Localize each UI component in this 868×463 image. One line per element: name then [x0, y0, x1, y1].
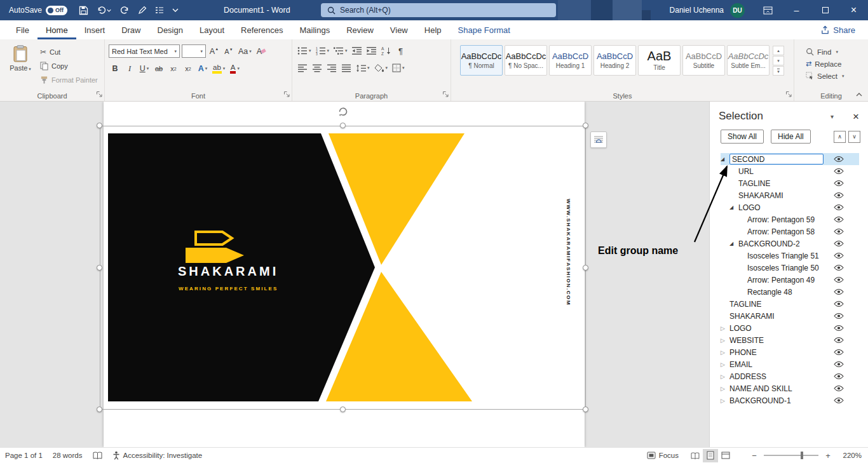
tab-draw[interactable]: Draw — [113, 20, 149, 39]
selection-item-address[interactable]: ▷ADDRESS — [721, 370, 859, 382]
zoom-slider[interactable] — [764, 455, 818, 456]
zoom-in-button[interactable]: + — [824, 451, 832, 460]
align-left-button[interactable] — [296, 62, 309, 74]
autosave-toggle[interactable]: Off — [46, 6, 67, 15]
increase-indent-button[interactable] — [365, 44, 378, 57]
resize-handle-bottom-right[interactable] — [583, 406, 588, 412]
autosave-control[interactable]: AutoSave Off — [9, 6, 67, 15]
resize-handle-top-left[interactable] — [97, 123, 102, 128]
selection-item-arrow-pentagon-49[interactable]: Arrow: Pentagon 49 — [721, 274, 859, 286]
customize-qat-button[interactable] — [172, 8, 179, 12]
clipboard-dialog-launcher[interactable] — [96, 90, 102, 99]
rotate-handle[interactable] — [337, 105, 348, 118]
resize-handle-bottom-center[interactable] — [340, 406, 346, 412]
visibility-toggle[interactable] — [834, 264, 844, 271]
resize-handle-middle-left[interactable] — [97, 265, 102, 271]
styles-scroll-down-button[interactable]: ▾ — [773, 56, 784, 65]
tab-layout[interactable]: Layout — [191, 20, 233, 39]
line-spacing-button[interactable]: ▾ — [355, 62, 371, 74]
visibility-toggle[interactable] — [834, 180, 844, 187]
pane-options-chevron-icon[interactable]: ▾ — [831, 113, 834, 120]
selection-item-arrow-pentagon-58[interactable]: Arrow: Pentagon 58 — [721, 225, 859, 238]
highlight-button[interactable]: ab▾ — [211, 62, 226, 75]
tab-review[interactable]: Review — [338, 20, 382, 39]
styles-dialog-launcher[interactable] — [785, 90, 792, 99]
visibility-toggle[interactable] — [834, 300, 844, 307]
tab-help[interactable]: Help — [416, 20, 450, 39]
shrink-font-button[interactable]: A▼ — [222, 45, 235, 58]
visibility-toggle[interactable] — [834, 361, 844, 368]
style-heading-1[interactable]: AaBbCcDHeading 1 — [549, 45, 592, 76]
clear-formatting-button[interactable]: A — [255, 45, 268, 58]
bullets-button[interactable]: ▾ — [296, 44, 313, 57]
collapse-toggle-icon[interactable]: ◢ — [721, 156, 729, 162]
styles-scroll-up-button[interactable]: ▴ — [773, 46, 784, 55]
expand-toggle-icon[interactable]: ▷ — [721, 325, 729, 332]
selection-item-phone[interactable]: ▷PHONE — [721, 346, 859, 358]
selection-item-tagline[interactable]: TAGLINE — [721, 298, 859, 310]
visibility-toggle[interactable] — [834, 228, 844, 235]
tab-view[interactable]: View — [382, 20, 416, 39]
business-card-image[interactable]: SHAKARAMI WEARING PERFECT SMILES WWW.SHA… — [108, 133, 575, 401]
visibility-toggle[interactable] — [834, 325, 844, 332]
zoom-level[interactable]: 220% — [836, 452, 862, 459]
expand-toggle-icon[interactable]: ▷ — [721, 361, 729, 368]
ribbon-display-options-button[interactable] — [754, 0, 782, 20]
redo-button[interactable] — [119, 6, 130, 15]
cut-button[interactable]: ✂Cut — [40, 46, 98, 57]
collapse-toggle-icon[interactable]: ◢ — [729, 205, 738, 210]
search-box[interactable]: Search (Alt+Q) — [321, 3, 556, 17]
undo-button[interactable] — [97, 6, 111, 15]
resize-handle-middle-right[interactable] — [583, 265, 588, 271]
shading-button[interactable]: ▾ — [373, 62, 390, 74]
collapse-toggle-icon[interactable]: ◢ — [729, 241, 738, 246]
minimize-button[interactable]: – — [782, 0, 811, 20]
visibility-toggle[interactable] — [834, 397, 844, 404]
send-backward-button[interactable]: ∨ — [848, 131, 860, 143]
selection-item-website[interactable]: ▷WEBSITE — [721, 334, 859, 346]
style-title[interactable]: AaBTitle — [638, 45, 681, 76]
collapse-ribbon-button[interactable] — [853, 90, 865, 99]
selection-item-rectangle-48[interactable]: Rectangle 48 — [721, 286, 859, 298]
underline-button[interactable]: U▾ — [138, 62, 151, 75]
visibility-toggle[interactable] — [834, 204, 844, 211]
selection-item-name-and-skill[interactable]: ▷NAME AND SKILL — [721, 382, 859, 394]
expand-toggle-icon[interactable]: ▷ — [721, 386, 729, 392]
style-normal[interactable]: AaBbCcDc¶ Normal — [460, 45, 503, 76]
draw-button[interactable] — [138, 6, 147, 15]
align-right-button[interactable] — [325, 62, 338, 74]
tab-references[interactable]: References — [233, 20, 291, 39]
selection-item-background-1[interactable]: ▷BACKGROUND-1 — [721, 394, 859, 406]
tab-file[interactable]: File — [8, 20, 37, 39]
tab-insert[interactable]: Insert — [76, 20, 114, 39]
change-case-button[interactable]: Aa▾ — [237, 45, 253, 58]
visibility-toggle[interactable] — [834, 288, 844, 295]
save-button[interactable] — [79, 6, 88, 15]
resize-handle-top-center[interactable] — [340, 123, 346, 128]
print-layout-button[interactable] — [703, 449, 718, 462]
visibility-toggle[interactable] — [834, 337, 844, 344]
visibility-toggle[interactable] — [834, 168, 844, 175]
copy-button[interactable]: Copy — [40, 60, 98, 71]
style-subtle-em[interactable]: AaBbCcDcSubtle Em... — [727, 45, 770, 76]
find-button[interactable]: Find▾ — [806, 48, 865, 56]
font-dialog-launcher[interactable] — [283, 90, 290, 99]
visibility-toggle[interactable] — [834, 312, 844, 319]
visibility-toggle[interactable] — [834, 216, 844, 223]
grow-font-button[interactable]: A▲ — [208, 45, 220, 58]
expand-toggle-icon[interactable]: ▷ — [721, 337, 729, 344]
hide-all-button[interactable]: Hide All — [771, 130, 811, 144]
selection-item-second[interactable]: ◢ — [721, 153, 859, 165]
selection-item-isosceles-triangle-50[interactable]: Isosceles Triangle 50 — [721, 262, 859, 274]
selection-item-tagline[interactable]: TAGLINE — [721, 177, 859, 189]
visibility-toggle[interactable] — [834, 192, 844, 199]
word-count[interactable]: 28 words — [53, 452, 83, 459]
sort-button[interactable]: AZ — [380, 44, 393, 57]
visibility-toggle[interactable] — [834, 252, 844, 259]
page-indicator[interactable]: Page 1 of 1 — [5, 452, 43, 459]
visibility-toggle[interactable] — [834, 373, 844, 380]
style-subtitle[interactable]: AaBbCcDSubtitle — [682, 45, 725, 76]
superscript-button[interactable]: x2 — [182, 62, 194, 75]
zoom-slider-thumb[interactable] — [801, 452, 803, 459]
selection-item-shakarami[interactable]: SHAKARAMI — [721, 189, 859, 201]
